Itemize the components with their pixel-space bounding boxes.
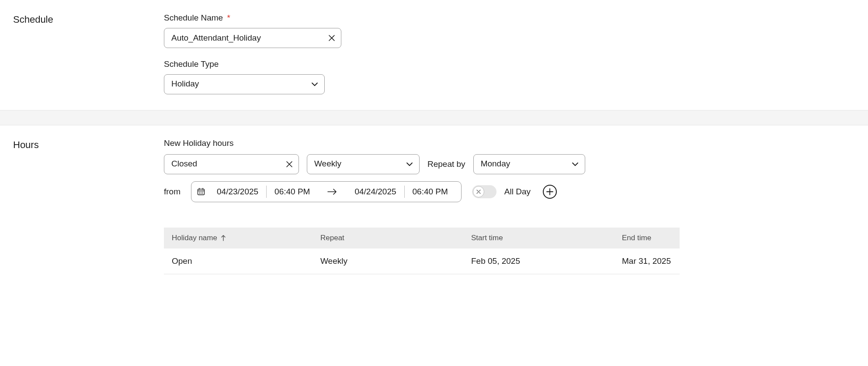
table-header-row: Holiday name Repeat Start time End time [164,228,680,249]
hours-frequency-select-wrap[interactable]: Weekly [307,154,420,174]
table-header-start[interactable]: Start time [471,234,622,242]
plus-icon [546,188,553,195]
schedule-type-field: Schedule Type Holiday [164,59,855,94]
close-icon [476,189,481,194]
from-time-value[interactable]: 06:40 PM [267,185,318,199]
schedule-type-select-wrap[interactable]: Holiday [164,74,325,94]
svg-point-7 [199,193,200,194]
schedule-name-input[interactable] [164,28,341,48]
svg-point-9 [202,193,203,194]
table-header-name[interactable]: Holiday name [172,234,320,242]
calendar-icon [197,187,205,196]
table-header-name-text: Holiday name [172,234,217,242]
schedule-name-label: Schedule Name * [164,13,855,23]
hours-status-select-wrap[interactable]: Closed [164,154,299,174]
repeat-by-select-wrap[interactable]: Monday [473,154,585,174]
schedule-type-select[interactable]: Holiday [164,74,325,94]
datetime-range-picker[interactable]: 04/23/2025 06:40 PM 04/24/2025 06:40 PM [191,181,462,202]
arrow-right-icon [318,189,347,195]
repeat-by-value: Monday [481,159,510,168]
schedule-name-label-text: Schedule Name [164,13,223,22]
hours-config-row: Closed Weekly Repeat by Monday [164,154,855,174]
all-day-label: All Day [504,187,531,197]
schedule-section-content: Schedule Name * Schedule Type Holiday [164,13,855,97]
table-cell-start: Feb 05, 2025 [471,256,622,266]
sort-asc-icon [221,235,226,241]
holiday-table: Holiday name Repeat Start time End time … [164,228,680,274]
repeat-by-label: Repeat by [427,159,465,169]
table-header-end[interactable]: End time [622,234,672,242]
from-date-value[interactable]: 04/23/2025 [209,185,266,199]
table-row[interactable]: Open Weekly Feb 05, 2025 Mar 31, 2025 [164,249,680,274]
to-date-value[interactable]: 04/24/2025 [347,185,404,199]
repeat-by-select[interactable]: Monday [473,154,585,174]
svg-point-4 [199,192,200,193]
hours-status-select[interactable]: Closed [164,154,299,174]
clear-icon[interactable] [328,35,335,41]
schedule-section: Schedule Schedule Name * Schedule Type H… [0,0,868,110]
new-hours-label: New Holiday hours [164,138,855,148]
add-button[interactable] [543,185,557,199]
from-label: from [164,187,181,197]
hours-section: Hours New Holiday hours Closed Weekly [0,125,868,287]
schedule-name-input-wrap [164,28,341,48]
clear-icon[interactable] [286,161,293,168]
required-star-icon: * [227,13,230,22]
table-cell-name: Open [172,256,320,266]
to-time-value[interactable]: 06:40 PM [405,185,456,199]
table-cell-end: Mar 31, 2025 [622,256,672,266]
svg-point-8 [201,193,201,194]
svg-point-6 [202,192,203,193]
schedule-section-label: Schedule [13,13,164,97]
hours-frequency-select[interactable]: Weekly [307,154,420,174]
all-day-toggle[interactable] [472,185,496,198]
hours-frequency-value: Weekly [314,159,341,168]
table-header-repeat[interactable]: Repeat [320,234,471,242]
hours-datetime-row: from 04/23/2025 06:40 PM [164,181,855,202]
toggle-knob [473,186,484,197]
section-divider [0,110,868,125]
schedule-type-label: Schedule Type [164,59,855,69]
hours-status-value: Closed [171,159,197,168]
table-cell-repeat: Weekly [320,256,471,266]
hours-section-label: Hours [13,138,164,274]
hours-section-content: New Holiday hours Closed Weekly Repeat b… [164,138,855,274]
svg-point-5 [201,192,201,193]
schedule-name-field: Schedule Name * [164,13,855,48]
schedule-type-value: Holiday [171,79,199,88]
